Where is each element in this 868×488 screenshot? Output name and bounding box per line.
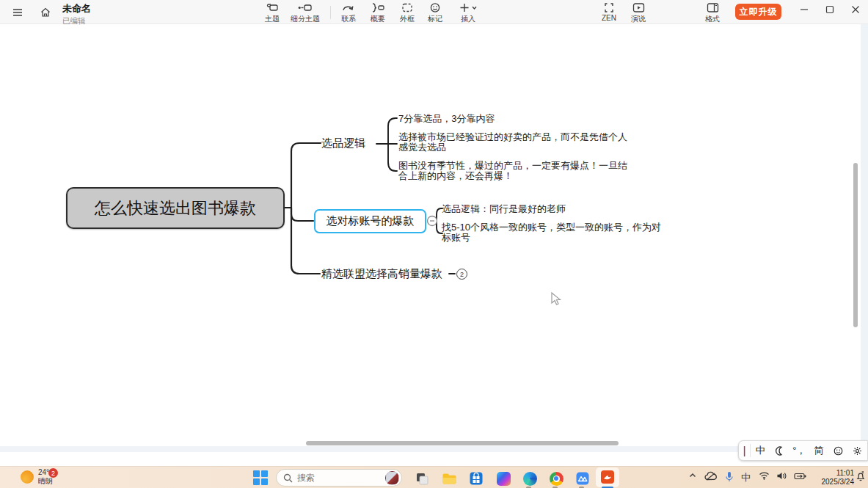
- upgrade-button[interactable]: 立即升级: [735, 4, 781, 20]
- summary-brace-icon: [371, 2, 384, 13]
- tool-theme[interactable]: 主题: [265, 2, 280, 24]
- ime-mode-chinese[interactable]: 中: [751, 444, 770, 457]
- taskbar: 2 24°C 晴朗: [0, 466, 868, 488]
- ime-emoji-icon[interactable]: [828, 445, 848, 456]
- tool-subtopic[interactable]: 细分主题: [291, 2, 320, 24]
- ime-halfwidth-moon-icon[interactable]: [770, 445, 790, 456]
- top-toolbar: 未命名 已编辑 主题 细分主题 联系 概要 外框 标记: [0, 0, 868, 24]
- document-title: 未命名: [62, 2, 91, 15]
- home-icon[interactable]: [37, 4, 54, 21]
- tool-boundary[interactable]: 外框: [400, 2, 415, 24]
- topic-icon: [266, 2, 279, 13]
- xmind-app-active[interactable]: [596, 467, 619, 487]
- search-highlight-avatar[interactable]: [385, 471, 399, 485]
- subtopic-icon: [298, 2, 313, 13]
- boundary-dashed-box-icon: [401, 2, 413, 13]
- child-node[interactable]: 找5-10个风格一致的账号，类型一致的账号，作为对标账号: [442, 222, 671, 243]
- canvas-right-gutter: [861, 24, 868, 446]
- chrome-icon[interactable]: [547, 470, 565, 487]
- tray-notification-bell-icon[interactable]: [856, 471, 866, 481]
- child-node[interactable]: 图书没有季节性，爆过的产品，一定要有爆点！一旦结合上新的内容，还会再爆！: [398, 161, 632, 181]
- ime-simplified-toggle[interactable]: 简: [809, 444, 829, 457]
- tool-relation[interactable]: 联系: [341, 2, 356, 24]
- tool-summary[interactable]: 概要: [371, 2, 385, 24]
- start-button[interactable]: [253, 470, 268, 485]
- document-title-block[interactable]: 未命名 已编辑: [62, 2, 91, 26]
- weather-condition: 晴朗: [38, 477, 54, 486]
- relation-arrow-icon: [342, 2, 355, 13]
- tray-battery-sync-icon[interactable]: [794, 471, 807, 481]
- tray-cloud-icon[interactable]: [704, 471, 718, 481]
- tray-ime-mode[interactable]: 中: [741, 471, 751, 484]
- microsoft-store-icon[interactable]: [467, 470, 485, 487]
- vertical-scrollbar[interactable]: [853, 163, 858, 327]
- maximize-icon[interactable]: [818, 0, 842, 19]
- tray-microphone-icon[interactable]: [725, 471, 734, 482]
- branch-node[interactable]: 精选联盟选择高销量爆款: [321, 267, 442, 281]
- app-window: 未命名 已编辑 主题 细分主题 联系 概要 外框 标记: [0, 0, 868, 488]
- blue-mountain-app-icon[interactable]: [574, 470, 591, 487]
- hamburger-menu-icon[interactable]: [9, 4, 26, 21]
- tray-clock[interactable]: 11:01 2025/3/24: [813, 469, 854, 487]
- format-panel-icon: [707, 2, 719, 13]
- copilot-icon[interactable]: [495, 470, 512, 487]
- toolbar-separator: [330, 6, 331, 19]
- search-icon: [283, 473, 293, 483]
- mouse-cursor: [550, 291, 563, 310]
- document-status: 已编辑: [62, 16, 91, 26]
- tool-present[interactable]: 演说: [631, 2, 646, 24]
- horizontal-scrollbar[interactable]: [306, 441, 619, 445]
- branch-node-selected[interactable]: 选对标账号的爆款: [314, 209, 426, 233]
- tool-format[interactable]: 格式: [705, 2, 720, 24]
- ime-caret-icon: |: [739, 444, 751, 457]
- task-view-icon[interactable]: [413, 470, 431, 487]
- child-node[interactable]: 选择被市场已经验证过的好卖的产品，而不是凭借个人感觉去选品: [398, 132, 627, 153]
- child-node[interactable]: 选品逻辑：同行是最好的老师: [442, 204, 566, 214]
- child-node[interactable]: 7分靠选品，3分靠内容: [398, 114, 495, 124]
- tray-time: 11:01: [813, 469, 854, 478]
- branch-node[interactable]: 选品逻辑: [321, 136, 365, 150]
- play-icon: [632, 2, 645, 13]
- sun-icon: [21, 470, 34, 484]
- zen-brackets-icon: [603, 2, 615, 13]
- file-explorer-icon[interactable]: [440, 470, 458, 487]
- mindmap-root-node[interactable]: 怎么快速选出图书爆款: [66, 187, 285, 229]
- smiley-icon: [429, 2, 441, 13]
- tray-speaker-icon[interactable]: [776, 471, 787, 481]
- minimize-icon[interactable]: [792, 0, 816, 19]
- ime-settings-gear-icon[interactable]: [848, 445, 868, 456]
- search-input[interactable]: [297, 473, 371, 483]
- tray-wifi-icon[interactable]: [759, 471, 770, 480]
- tool-zen[interactable]: ZEN: [602, 2, 616, 22]
- ime-punctuation-toggle[interactable]: °，: [789, 444, 809, 457]
- tray-chevron-up-icon[interactable]: [688, 471, 697, 480]
- ime-toolbar: | 中 °， 简: [738, 440, 868, 461]
- mindmap-canvas[interactable]: [0, 24, 868, 466]
- tool-marker[interactable]: 标记: [428, 2, 442, 24]
- search-box[interactable]: [276, 469, 402, 487]
- tray-date: 2025/3/24: [813, 478, 854, 487]
- plus-icon: [459, 2, 478, 13]
- close-icon[interactable]: [844, 0, 867, 19]
- tool-insert[interactable]: 插入: [459, 2, 478, 24]
- collapsed-count-badge[interactable]: 2: [456, 269, 467, 280]
- weather-badge: 2: [48, 468, 58, 478]
- weather-widget[interactable]: 2 24°C 晴朗: [21, 468, 54, 486]
- edge-icon[interactable]: [521, 470, 539, 487]
